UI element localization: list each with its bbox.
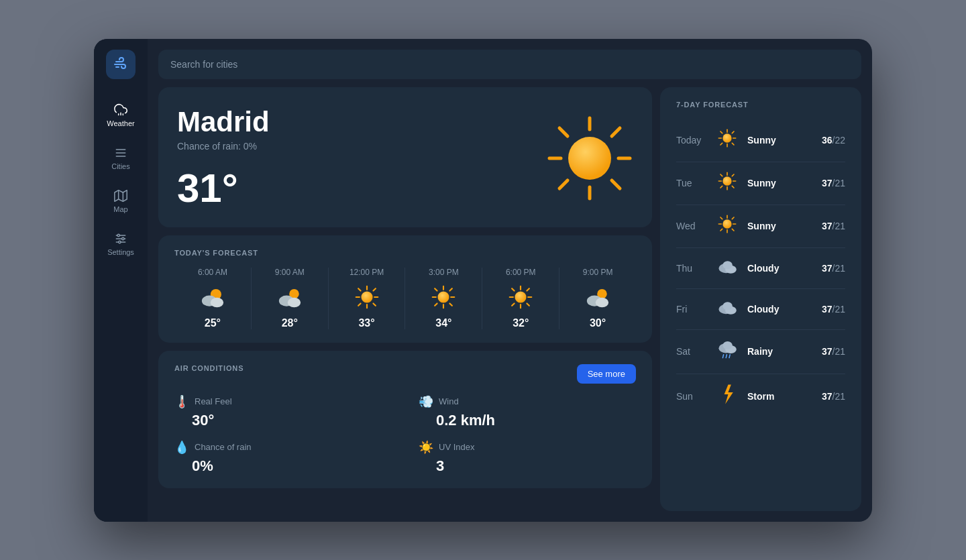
city-name: Madrid (177, 106, 270, 138)
forecast-hour-3: 3:00 PM (405, 268, 482, 329)
forecast-temps-sun: 37/21 (822, 391, 845, 402)
forecast-row-fri: Fri Cloudy 37/21 (676, 289, 845, 330)
forecast-row-wed: Wed Sunny 37/21 (676, 205, 845, 248)
air-item-uv-value: 3 (419, 457, 636, 475)
air-item-wind: 💨 Wind 0.2 km/h (419, 394, 636, 429)
svg-line-62 (720, 131, 722, 133)
svg-point-56 (596, 297, 608, 307)
svg-line-82 (732, 217, 734, 219)
air-item-realfeel-header: 🌡️ Real Feel (174, 394, 392, 409)
forecast-hour-0: 6:00 AM 25° (174, 268, 252, 329)
hour-temp-1: 28° (282, 317, 298, 329)
left-panel: Madrid Chance of rain: 0% 31° (158, 87, 652, 511)
svg-line-52 (527, 288, 529, 290)
hour-temp-5: 30° (590, 317, 606, 329)
forecast-hours-list: 6:00 AM 25° 9:00 AM (174, 268, 636, 329)
cloud-rain-icon (114, 103, 127, 117)
hour-temp-2: 33° (358, 317, 374, 329)
svg-line-18 (612, 128, 620, 136)
sidebar: Weather Cities Map (94, 39, 148, 522)
cloud-partly-icon-1 (276, 285, 304, 309)
today-forecast-title: TODAY'S FORECAST (174, 249, 636, 257)
sidebar-item-cities-label: Cities (111, 162, 130, 170)
svg-point-66 (722, 176, 731, 185)
forecast-icon-fri (715, 298, 739, 320)
forecast-icon-sat (715, 339, 739, 364)
svg-point-89 (722, 302, 732, 310)
air-item-realfeel: 🌡️ Real Feel 30° (174, 394, 392, 429)
forecast-temps-fri: 37/21 (822, 304, 845, 315)
sun-small-icon-4 (506, 285, 535, 309)
air-item-realfeel-value: 30° (174, 412, 392, 429)
svg-line-74 (720, 186, 722, 188)
hour-temp-3: 34° (435, 317, 451, 329)
air-conditions-title: AIR CONDITIONS (174, 364, 244, 372)
forecast-icon-tue (715, 172, 739, 195)
svg-line-33 (373, 303, 375, 305)
svg-line-44 (435, 303, 437, 305)
svg-line-83 (720, 229, 722, 231)
svg-point-26 (288, 297, 301, 307)
air-item-uv-label: UV Index (439, 442, 474, 452)
forecast-hour-4: 6:00 PM (482, 268, 559, 329)
svg-line-41 (435, 288, 437, 290)
svg-line-16 (559, 128, 568, 136)
svg-point-92 (722, 341, 732, 349)
temperature: 31° (177, 165, 270, 211)
forecast-row-sat: Sat Rainy 37/21 (676, 330, 845, 374)
forecast-day-today: Today (676, 135, 710, 146)
forecast-icon-thu (715, 258, 739, 279)
hour-label-3: 3:00 PM (429, 268, 459, 277)
hour-label-2: 12:00 PM (350, 268, 384, 277)
svg-point-27 (361, 291, 372, 302)
seven-day-title: 7-DAY FORECAST (676, 101, 845, 109)
hour-label-1: 9:00 AM (275, 268, 305, 277)
forecast-day-thu: Thu (676, 263, 710, 274)
sidebar-item-settings[interactable]: Settings (94, 224, 148, 264)
svg-line-53 (512, 303, 514, 305)
air-item-uv: ☀️ UV Index 3 (419, 440, 636, 475)
svg-marker-3 (115, 190, 127, 201)
current-weather-card: Madrid Chance of rain: 0% 31° (158, 87, 652, 227)
svg-line-71 (720, 174, 722, 176)
forecast-condition-today: Sunny (747, 135, 822, 146)
content-area: Madrid Chance of rain: 0% 31° (158, 87, 861, 511)
today-forecast-card: TODAY'S FORECAST 6:00 AM 25° (158, 235, 652, 343)
weather-info: Madrid Chance of rain: 0% 31° (177, 106, 270, 211)
svg-line-17 (612, 180, 620, 188)
svg-line-93 (722, 354, 723, 357)
forecast-icon-wed (715, 215, 739, 238)
forecast-temps-wed: 37/21 (822, 221, 845, 231)
air-item-wind-value: 0.2 km/h (419, 412, 636, 429)
svg-point-7 (117, 234, 119, 236)
sidebar-item-settings-label: Settings (107, 248, 134, 256)
forecast-temps-today: 36/22 (822, 135, 845, 146)
sun-small-icon-3 (429, 285, 458, 309)
svg-point-86 (722, 261, 732, 269)
svg-line-42 (450, 303, 452, 305)
svg-line-35 (358, 303, 360, 305)
forecast-temps-thu: 37/21 (822, 263, 845, 274)
app-logo (106, 50, 136, 79)
forecast-day-fri: Fri (676, 304, 710, 315)
svg-point-75 (722, 219, 731, 228)
forecast-icon-sun (715, 384, 739, 410)
air-item-rain-header: 💧 Chance of rain (174, 440, 392, 455)
forecast-icon-today (715, 129, 739, 152)
hour-temp-4: 32° (513, 317, 529, 329)
svg-point-36 (438, 291, 449, 302)
hour-label-4: 6:00 PM (506, 268, 536, 277)
forecast-day-wed: Wed (676, 221, 710, 231)
forecast-row-sun: Sun Storm 37/21 (676, 374, 845, 419)
search-input[interactable] (158, 50, 861, 79)
rain-chance: Chance of rain: 0% (177, 141, 270, 152)
see-more-button[interactable]: See more (577, 364, 636, 384)
svg-line-94 (726, 354, 727, 357)
sidebar-item-weather[interactable]: Weather (94, 95, 148, 135)
thermometer-icon: 🌡️ (174, 394, 189, 409)
air-item-wind-label: Wind (439, 396, 459, 406)
forecast-hour-2: 12:00 PM (329, 268, 406, 329)
sidebar-item-weather-label: Weather (107, 119, 134, 127)
sidebar-item-cities[interactable]: Cities (94, 138, 148, 178)
sidebar-item-map[interactable]: Map (94, 181, 148, 221)
